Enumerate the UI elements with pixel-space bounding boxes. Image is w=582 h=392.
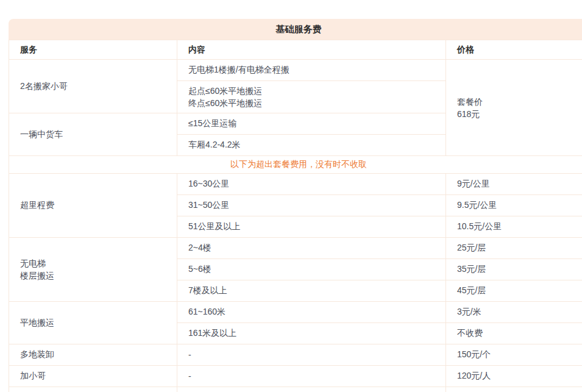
price-cell: 9.5元/公里: [446, 195, 582, 216]
content-cell: 161米及以上: [177, 323, 446, 344]
content-cell: 车厢4.2-4.2米: [177, 135, 446, 156]
price-cell: 3元/米: [446, 302, 582, 323]
table-row: 无电梯 楼层搬运 2~4楼 25元/层: [9, 238, 582, 259]
table-row: 2名搬家小哥 无电梯1楼搬/有电梯全程搬 套餐价 618元: [9, 60, 582, 81]
content-cell: 2~4楼: [177, 238, 446, 259]
table-row: 加小哥 - 120元/人: [9, 366, 582, 387]
banner-row: 以下为超出套餐费用，没有时不收取: [9, 156, 582, 174]
column-header-service: 服务: [9, 40, 177, 60]
table-row: 平地搬运 61~160米 3元/米: [9, 302, 582, 323]
service-cell: 一辆中货车: [9, 113, 177, 156]
content-cell: [177, 387, 446, 392]
column-header-content: 内容: [177, 40, 446, 60]
service-cell: 多地装卸: [9, 344, 177, 366]
content-cell: 起点≤60米平地搬运 终点≤60米平地搬运: [177, 81, 446, 113]
table-row: 多地装卸 - 150元/个: [9, 344, 582, 366]
price-cell: 25元/层: [446, 238, 582, 259]
price-cell: 45元/层: [446, 280, 582, 302]
service-cell: 加小哥: [9, 366, 177, 387]
column-header-price: 价格: [446, 40, 582, 60]
price-cell: 9元/公里: [446, 174, 582, 195]
pricing-card: 基础服务费 服务 内容 价格 2名搬家小哥 无电梯1楼搬/有电梯全程搬 套餐价 …: [9, 19, 582, 392]
content-cell: 5~6楼: [177, 259, 446, 280]
content-cell: 16~30公里: [177, 174, 446, 195]
price-table: 服务 内容 价格 2名搬家小哥 无电梯1楼搬/有电梯全程搬 套餐价 618元 起…: [9, 40, 582, 392]
content-cell: 31~50公里: [177, 195, 446, 216]
table-row: 超里程费 16~30公里 9元/公里: [9, 174, 582, 195]
table-row-clipped: [9, 387, 582, 392]
service-cell: [9, 387, 177, 392]
banner-note: 以下为超出套餐费用，没有时不收取: [9, 156, 582, 174]
service-cell: 无电梯 楼层搬运: [9, 238, 177, 302]
service-cell: 超里程费: [9, 174, 177, 238]
price-cell: 10.5元/公里: [446, 216, 582, 238]
column-header-row: 服务 内容 价格: [9, 40, 582, 60]
price-cell: 150元/个: [446, 344, 582, 366]
content-cell: 7楼及以上: [177, 280, 446, 302]
content-cell: 无电梯1楼搬/有电梯全程搬: [177, 60, 446, 81]
content-cell: 61~160米: [177, 302, 446, 323]
content-cell: -: [177, 366, 446, 387]
content-cell: 51公里及以上: [177, 216, 446, 238]
service-cell: 平地搬运: [9, 302, 177, 344]
price-cell: 120元/人: [446, 366, 582, 387]
price-cell: 35元/层: [446, 259, 582, 280]
service-cell: 2名搬家小哥: [9, 60, 177, 113]
table-title: 基础服务费: [9, 19, 582, 40]
price-cell: 不收费: [446, 323, 582, 344]
content-cell: ≤15公里运输: [177, 113, 446, 135]
price-cell: [446, 387, 582, 392]
content-cell: -: [177, 344, 446, 366]
package-price-cell: 套餐价 618元: [446, 60, 582, 156]
